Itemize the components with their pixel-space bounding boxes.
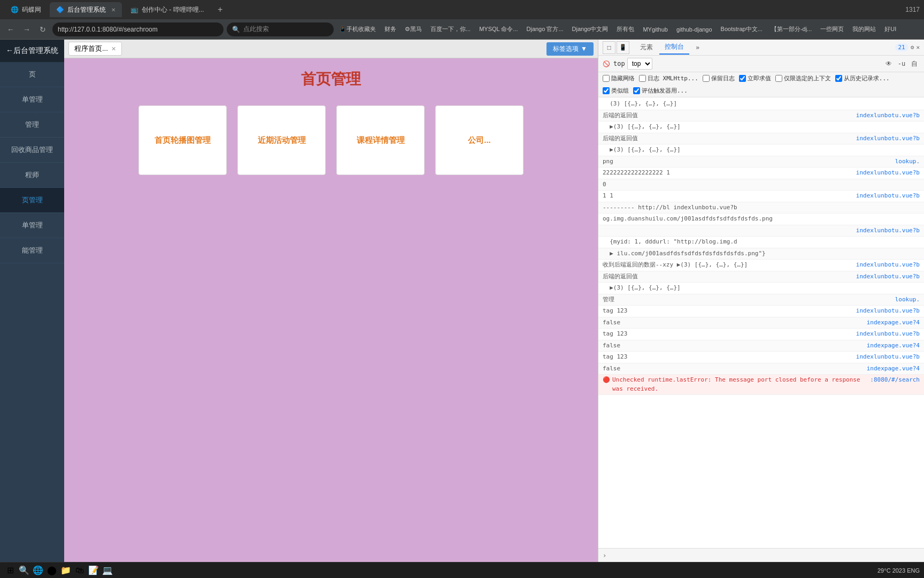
sidebar-item-home[interactable]: 页: [0, 62, 64, 87]
bookmark-first-part[interactable]: 【第一部分-dj...: [769, 24, 814, 34]
bookmark-mygithub[interactable]: MYgithub: [641, 25, 669, 34]
sidebar-item-order[interactable]: 单管理: [0, 87, 64, 112]
tab-coddie[interactable]: 🌐 码蝶网: [4, 2, 48, 17]
bookmark-django-official[interactable]: Django 官方...: [525, 24, 566, 34]
taskbar-temp: 29°C 2023 ENG: [877, 567, 920, 574]
address-bar: ← → ↻ http://127.0.0.1:8080/#/searchroom…: [0, 19, 924, 40]
sidebar-item-function[interactable]: 能管理: [0, 238, 64, 263]
tab-options-button[interactable]: 标签选项 ▼: [546, 42, 594, 56]
taskbar-explorer[interactable]: 📁: [60, 565, 72, 576]
devtools-tab-elements[interactable]: 元素: [635, 41, 658, 54]
taskbar-vscode[interactable]: 📝: [88, 565, 99, 576]
card-company[interactable]: 公司...: [435, 105, 523, 175]
sidebar-item-homepage[interactable]: 页管理: [0, 188, 64, 213]
taskbar-start[interactable]: ⊞: [4, 565, 16, 576]
bookmark-baidu[interactable]: 百度一下，你...: [428, 24, 473, 34]
main-container: ←后台管理系统 页 单管理 管理 回收商品管理 程师 页管理 单管理 能管理: [0, 40, 924, 562]
tab-icon-admin: 🔷: [56, 6, 64, 13]
devtools-tab-more[interactable]: »: [690, 42, 705, 54]
taskbar-search[interactable]: 🔍: [18, 565, 30, 576]
taskbar-store[interactable]: 🛍: [74, 565, 86, 576]
log-item: ▶ ilu.com/j001asdfdsfsdfdsfdsfdsfdsfds.p…: [598, 248, 924, 260]
bookmark-bootstrap[interactable]: Bootstrap中文...: [719, 24, 765, 34]
tab-close-admin[interactable]: ✕: [111, 7, 116, 13]
bookmark-shoucang[interactable]: 📱手机收藏夹: [337, 24, 378, 34]
devtools-right-icons: 👁 -u 自: [883, 58, 920, 69]
log-item: ▶(3) [{…}, {…}, {…}]: [598, 121, 924, 133]
bookmark-caiwu[interactable]: 财务: [382, 24, 398, 34]
card-activity[interactable]: 近期活动管理: [237, 105, 326, 175]
card-banner[interactable]: 首页轮播图管理: [138, 105, 227, 175]
tab-label-admin: 后台管理系统: [67, 5, 106, 14]
log-item: tag 123 indexlunbotu.vue?b: [598, 352, 924, 363]
sidebar-header: ←后台管理系统: [0, 40, 64, 62]
forward-button[interactable]: →: [20, 23, 33, 36]
refresh-button[interactable]: ↻: [36, 23, 49, 36]
devtools-minus-icon[interactable]: -u: [896, 58, 907, 69]
log-item: false indexpage.vue?4: [598, 363, 924, 375]
search-icon: 🔍: [232, 26, 240, 33]
checkbox-history-eval[interactable]: 从历史记录求...: [835, 74, 890, 82]
search-placeholder: 点此搜索: [243, 25, 269, 34]
devtools-auto-icon[interactable]: 自: [909, 58, 920, 69]
bottom-expand-arrow[interactable]: ›: [603, 552, 606, 559]
tab-number: 1317: [905, 6, 920, 13]
page-title: 首页管理: [301, 69, 361, 89]
bookmark-mysql[interactable]: MYSQL 命令...: [477, 24, 520, 34]
devtools-eye-icon[interactable]: 👁: [883, 58, 894, 69]
bookmark-heima[interactable]: ⚙黑马: [403, 24, 424, 34]
tab-admin[interactable]: 🔷 后台管理系统 ✕: [50, 2, 122, 17]
sidebar-item-manage[interactable]: 管理: [0, 112, 64, 138]
sidebar-item-teacher[interactable]: 程师: [0, 163, 64, 188]
checkbox-immediate-eval[interactable]: 立即求值: [739, 74, 771, 82]
tab-label-bili: 创作中心 - 哔哩哔哩...: [142, 5, 204, 14]
log-item: 后端的返回值 indexlunbotu.vue?b: [598, 133, 924, 145]
search-bar[interactable]: 🔍 点此搜索: [227, 22, 334, 36]
content-area: 程序首页... ✕ 标签选项 ▼ 首页管理 首页轮播图管理 近期活动管理 课程详…: [64, 40, 598, 562]
card-course[interactable]: 课程详情管理: [336, 105, 425, 175]
bookmark-github-django[interactable]: github-django: [674, 25, 714, 34]
bookmark-my-site[interactable]: 我的网站: [850, 24, 878, 34]
card-course-label: 课程详情管理: [357, 135, 405, 146]
top-select-dropdown[interactable]: top: [627, 58, 652, 70]
bookmark-django-cn[interactable]: Django中文网: [570, 24, 611, 34]
devtools-tab-console[interactable]: 控制台: [659, 40, 689, 55]
sidebar-title: ←后台管理系统: [6, 46, 58, 55]
devtools-inspect-icon[interactable]: ⬚: [603, 41, 615, 54]
main-content: 首页管理 首页轮播图管理 近期活动管理 课程详情管理 公司...: [64, 58, 598, 562]
tab-icon-bili: 📺: [130, 6, 138, 13]
content-tab-home[interactable]: 程序首页... ✕: [68, 42, 122, 56]
devtools-device-icon[interactable]: 📱: [617, 41, 629, 54]
taskbar-terminal[interactable]: 💻: [102, 565, 113, 576]
devtools-close-icon[interactable]: ✕: [916, 44, 920, 51]
checkbox-keep-log[interactable]: 保留日志: [703, 74, 735, 82]
tab-label: 码蝶网: [22, 5, 41, 14]
sidebar-item-recycle[interactable]: 回收商品管理: [0, 138, 64, 163]
bookmarks-bar: 📱手机收藏夹 财务 ⚙黑马 百度一下，你... MYSQL 命令... Djan…: [337, 24, 920, 34]
bookmark-some-pages[interactable]: 一些网页: [818, 24, 846, 34]
checkbox-group-similar[interactable]: 类似组: [603, 87, 629, 95]
bookmark-allpkg[interactable]: 所有包: [614, 24, 636, 34]
log-item: 后端的返回值 indexlunbotu.vue?b: [598, 110, 924, 122]
checkbox-eval-trigger[interactable]: 评估触发器用...: [633, 87, 688, 95]
devtools-log-area: (3) [{…}, {…}, {…}] 后端的返回值 indexlunbotu.…: [598, 97, 924, 548]
devtools-settings-icon[interactable]: ⚙: [911, 44, 914, 51]
checkbox-hide-network[interactable]: 隐藏网络: [603, 74, 635, 82]
content-tab-close[interactable]: ✕: [111, 45, 116, 52]
url-bar[interactable]: http://127.0.0.1:8080/#/searchroom: [52, 22, 224, 36]
top-label-text: top: [613, 60, 625, 67]
log-item: 收到后端返回的数据--xzy ▶(3) [{…}, {…}, {…}] inde…: [598, 260, 924, 271]
tab-bar: 🌐 码蝶网 🔷 后台管理系统 ✕ 📺 创作中心 - 哔哩哔哩... + 1317: [0, 0, 924, 19]
bookmark-haoui[interactable]: 好UI: [882, 24, 898, 34]
checkbox-xmlhttp[interactable]: 日志 XMLHttp...: [639, 74, 698, 82]
checkbox-selected-context[interactable]: 仅限选定的上下文: [775, 74, 831, 82]
error-icon: 🔴: [603, 376, 610, 393]
taskbar: ⊞ 🔍 🌐 ⬤ 📁 🛍 📝 💻 29°C 2023 ENG: [0, 562, 924, 578]
devtools-toolbar-top: 🚫 top top 👁 -u 自: [598, 56, 924, 72]
back-button[interactable]: ←: [4, 23, 17, 36]
sidebar-item-order2[interactable]: 单管理: [0, 213, 64, 238]
tab-bili[interactable]: 📺 创作中心 - 哔哩哔哩...: [124, 2, 211, 17]
tab-add-button[interactable]: +: [213, 2, 228, 17]
taskbar-ie[interactable]: 🌐: [32, 565, 44, 576]
taskbar-chrome[interactable]: ⬤: [46, 565, 58, 576]
